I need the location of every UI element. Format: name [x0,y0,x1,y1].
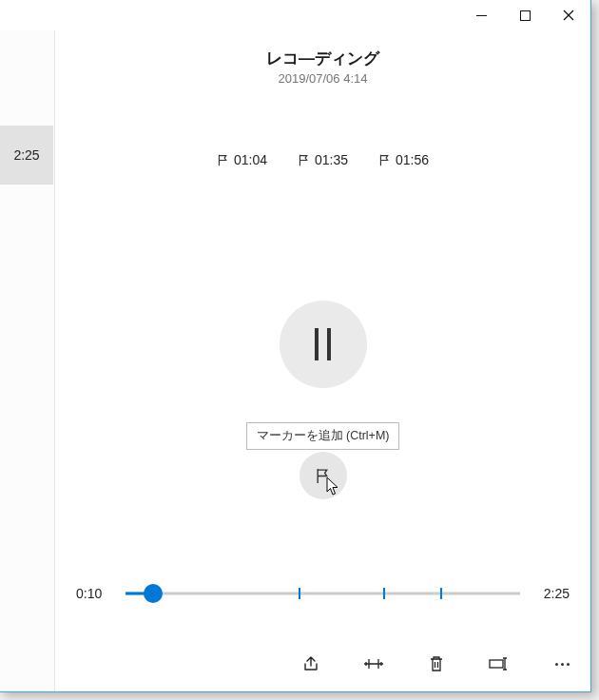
add-marker-button[interactable] [300,452,347,499]
rename-button[interactable] [488,651,511,677]
recording-list-item[interactable]: 2:25 [0,126,53,185]
marker-time: 01:35 [315,152,348,167]
trim-button[interactable] [362,651,385,677]
marker-time: 01:04 [234,152,267,167]
titlebar [0,0,590,30]
minimize-icon [476,10,487,21]
trim-icon [363,656,384,671]
share-button[interactable] [300,651,322,677]
maximize-icon [520,10,531,21]
marker-item[interactable]: 01:35 [298,152,348,167]
close-icon [563,10,574,21]
recording-datetime: 2019/07/06 4:14 [279,71,368,86]
rename-icon [489,657,510,671]
maximize-button[interactable] [503,0,547,30]
timeline: 0:10 2:25 [55,580,590,607]
delete-button[interactable] [425,651,448,677]
svg-rect-1 [520,10,530,20]
pause-icon [315,328,331,360]
timeline-rail [126,593,520,595]
more-button[interactable] [551,651,573,677]
timeline-marker-tick[interactable] [299,588,300,599]
timeline-marker-tick[interactable] [440,588,442,599]
timeline-marker-tick[interactable] [383,588,385,599]
recording-title: レコ―ディング [266,48,379,69]
flag-icon [217,154,229,166]
share-icon [301,654,320,673]
marker-item[interactable]: 01:56 [378,152,429,167]
markers-row: 01:04 01:35 01:56 [217,152,429,167]
svg-rect-4 [490,660,503,668]
close-button[interactable] [547,0,590,30]
ellipsis-icon [555,663,570,666]
marker-time: 01:56 [396,152,429,167]
trash-icon [429,655,444,672]
minimize-button[interactable] [459,0,503,30]
play-pause-button[interactable] [280,301,367,388]
bottom-toolbar [55,640,590,688]
total-time: 2:25 [530,586,570,601]
flag-icon [378,154,391,166]
flag-icon [298,154,310,166]
timeline-knob[interactable] [144,584,163,603]
tooltip: マーカーを追加 (Ctrl+M) [246,422,400,450]
recording-item-duration: 2:25 [13,147,39,163]
cursor-icon [326,476,341,497]
sidebar: 2:25 [0,30,55,691]
tooltip-text: マーカーを追加 (Ctrl+M) [257,429,390,442]
timeline-track[interactable] [126,580,520,607]
app-window: 2:25 レコ―ディング 2019/07/06 4:14 01:04 01:35… [0,0,591,692]
current-time: 0:10 [76,586,116,601]
marker-item[interactable]: 01:04 [217,152,267,167]
